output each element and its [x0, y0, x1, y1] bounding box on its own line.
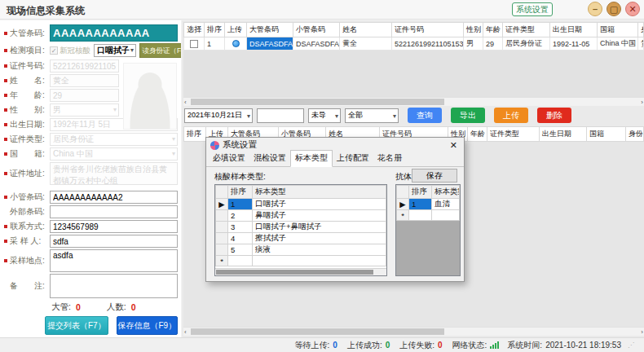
id-address-label: 证件地址: — [10, 168, 45, 179]
app-logo-icon — [210, 141, 219, 150]
upload-button[interactable]: 上传 — [494, 108, 528, 123]
query-toolbar: 2021年10月21日 未导 全部 查询 导出 上传 删除 — [184, 108, 571, 123]
export-status-select[interactable]: 未导 — [308, 108, 341, 123]
big-barcode-input[interactable] — [50, 24, 178, 42]
dialog-title: 系统设置 — [223, 139, 257, 151]
scrollbar-thumb[interactable] — [216, 270, 373, 275]
scrollbar-thumb[interactable] — [191, 99, 444, 105]
covid-checkbox[interactable]: ✓新冠核酸 — [50, 46, 90, 56]
age-label: 年 龄: — [10, 90, 45, 101]
grid-empty-area — [396, 221, 460, 275]
read-id-card-button[interactable]: 读身份证（F5） — [139, 43, 181, 58]
minimize-icon[interactable]: – — [588, 2, 602, 16]
id-address-textarea[interactable]: 贵州省务川仡佬族苗族自治县黄都镇万云村中心组 — [50, 162, 178, 185]
tab-mixed-test-settings[interactable]: 混检设置 — [249, 151, 290, 166]
gender-select[interactable]: 男 — [50, 103, 119, 117]
sampler-input[interactable] — [50, 235, 178, 248]
tab-required-settings[interactable]: 必填设置 — [209, 151, 249, 166]
grid-horizontal-scrollbar[interactable] — [215, 268, 386, 275]
required-marker — [4, 49, 7, 52]
grid-row[interactable]: ▶1血清 — [397, 199, 460, 210]
people-count-label: 人数: — [107, 301, 126, 313]
search-input[interactable] — [257, 108, 304, 123]
upload-failed-count: 0 — [438, 341, 443, 350]
system-settings-dialog: 系统设置 ✕ 必填设置 混检设置 标本类型 上传配置 花名册 核酸样本类型: 抗… — [205, 137, 465, 282]
age-input[interactable] — [50, 89, 119, 102]
upload-status-icon — [232, 40, 240, 47]
current-row-icon: ▶ — [397, 199, 409, 210]
scroll-left-icon[interactable]: ‹ — [184, 328, 187, 336]
close-icon[interactable]: ✕ — [625, 2, 640, 16]
new-row-icon: * — [216, 256, 228, 266]
left-form-panel: 大管条码: 检测项目: ✓新冠核酸 口咽拭子 读身份证（F5） 证件号码: 姓 … — [0, 20, 181, 337]
network-status-label: 网络状态: — [452, 340, 487, 351]
nucleic-type-label: 核酸样本类型: — [214, 171, 266, 183]
required-marker — [4, 172, 7, 175]
required-marker — [4, 259, 7, 262]
horizontal-scrollbar[interactable]: ‹ › — [183, 97, 644, 106]
save-button[interactable]: 保存 — [412, 169, 457, 183]
id-number-input[interactable] — [50, 59, 119, 73]
grid-new-row[interactable]: * — [397, 210, 460, 221]
date-picker[interactable]: 2021年10月21日 — [184, 108, 253, 123]
window-controls: – ▢ ✕ — [588, 2, 640, 16]
table-row[interactable]: 1 DSAFASDFAAAS DSAFASDFAAAS1 黄全 52212619… — [184, 37, 644, 51]
name-input[interactable] — [50, 74, 119, 87]
row-checkbox[interactable] — [190, 40, 198, 48]
system-settings-button[interactable]: 系统设置 — [512, 2, 553, 16]
remark-textarea[interactable] — [50, 274, 178, 298]
scroll-left-icon[interactable]: ‹ — [184, 99, 187, 106]
grid-row[interactable]: ▶1口咽拭子 — [216, 199, 386, 210]
scope-select[interactable]: 全部 — [345, 108, 399, 123]
save-info-button[interactable]: 保存信息（F9） — [117, 316, 179, 335]
counts-row: 大管:0 人数:0 — [51, 301, 178, 313]
swab-type-select[interactable]: 口咽拭子 — [94, 44, 136, 57]
network-signal-icon — [490, 341, 499, 349]
delete-button[interactable]: 删除 — [537, 108, 571, 123]
remark-label: 备 注: — [10, 280, 45, 292]
grid-row[interactable]: 2鼻咽拭子 — [216, 210, 386, 222]
system-time-label: 系统时间: — [507, 340, 542, 351]
upload-success-label: 上传成功: — [347, 340, 382, 351]
dialog-close-icon[interactable]: ✕ — [448, 140, 460, 151]
contact-label: 联系方式: — [10, 221, 45, 232]
grid-new-row[interactable]: * — [216, 256, 386, 266]
submit-list-button[interactable]: 提交列表（F7） — [45, 316, 108, 335]
small-barcode-input[interactable] — [50, 191, 178, 204]
sample-site-label: 采样地点: — [10, 255, 45, 266]
status-bar: 等待上传: 0 上传成功: 0 上传失败: 0 网络状态: 系统时间: 2021… — [0, 337, 644, 352]
current-row-icon: ▶ — [216, 199, 228, 210]
external-barcode-label: 外部条码: — [10, 206, 45, 218]
nationality-select[interactable]: China 中国 — [50, 147, 178, 161]
pending-upload-count: 0 — [333, 341, 337, 350]
id-photo — [123, 63, 177, 130]
tab-roster[interactable]: 花名册 — [373, 151, 406, 166]
maximize-icon[interactable]: ▢ — [607, 2, 621, 16]
table-header-row: 选择 排序 上传 大管条码 小管条码 姓名 证件号码 性别 年龄 证件类型 出生… — [184, 23, 644, 37]
tab-specimen-type[interactable]: 标本类型 — [290, 150, 333, 167]
scrollbar-thumb[interactable] — [191, 328, 444, 335]
grid-row[interactable]: 4擦拭拭子 — [216, 233, 386, 244]
new-row-icon: * — [397, 210, 409, 221]
scroll-right-icon[interactable]: › — [641, 99, 643, 106]
upload-list-table: 选择 排序 上传 大管条码 小管条码 姓名 证件号码 性别 年龄 证件类型 出生… — [183, 22, 644, 106]
export-button[interactable]: 导出 — [451, 108, 485, 123]
query-button[interactable]: 查询 — [408, 108, 442, 123]
sample-site-textarea[interactable]: asdfa — [50, 249, 178, 272]
required-marker — [4, 225, 7, 228]
tab-upload-config[interactable]: 上传配置 — [333, 151, 373, 166]
dialog-tabs: 必填设置 混检设置 标本类型 上传配置 花名册 — [206, 152, 464, 167]
external-barcode-input[interactable] — [50, 205, 178, 218]
people-count-value: 0 — [131, 302, 136, 312]
horizontal-scrollbar[interactable]: ‹ › — [183, 327, 644, 336]
gender-label: 性 别: — [10, 104, 45, 116]
system-time-value: 2021-10-21 18:19:53 — [545, 341, 621, 350]
contact-input[interactable] — [50, 220, 178, 233]
grid-row[interactable]: 3口咽拭子+鼻咽拭子 — [216, 222, 386, 233]
big-code-cell[interactable]: DSAFASDFAAAS — [247, 37, 293, 51]
scroll-right-icon[interactable]: › — [641, 328, 643, 336]
upload-success-count: 0 — [386, 341, 390, 350]
nucleic-type-grid: 排序标本类型 ▶1口咽拭子 2鼻咽拭子 3口咽拭子+鼻咽拭子 4擦拭拭子 5痰液… — [214, 184, 387, 276]
id-type-select[interactable]: 居民身份证 — [50, 133, 178, 146]
grid-row[interactable]: 5痰液 — [216, 244, 386, 256]
